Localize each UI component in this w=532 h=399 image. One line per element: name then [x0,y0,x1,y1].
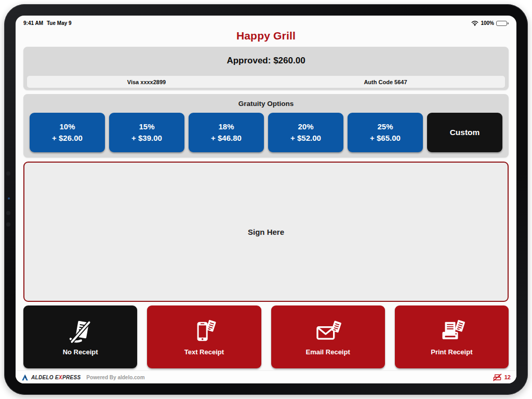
printer-alert-icon [493,374,502,381]
tip-amount: + $46.80 [211,132,242,144]
card-info: Visa xxxx2899 [27,79,266,85]
battery-percent: 100% [481,20,494,26]
bezel-sensor-dot [6,222,10,227]
status-date: Tue May 9 [47,20,72,26]
bezel-sensor-dot [6,211,10,215]
no-receipt-button[interactable]: No Receipt [23,305,137,368]
receipt-actions-row: No Receipt Text Receipt Email [23,305,509,368]
printer-alert-count: 12 [504,374,511,380]
brand-area: ALDELO EXPRESS Powered By aldelo.com [21,374,145,381]
receipt-button-label: Email Receipt [305,348,350,356]
tip-percent: 25% [377,121,393,132]
receipt-button-label: Print Receipt [431,348,472,356]
tip-custom-button[interactable]: Custom [427,113,502,152]
tip-15-percent-button[interactable]: 15% + $39.00 [109,113,184,152]
print-receipt-button[interactable]: Print Receipt [395,305,509,368]
print-receipt-icon [436,318,467,344]
tip-percent: 20% [298,121,313,132]
tip-amount: + $65.00 [370,132,401,144]
battery-icon [496,21,507,26]
tip-20-percent-button[interactable]: 20% + $52.00 [268,113,343,152]
text-receipt-button[interactable]: Text Receipt [147,305,261,368]
tip-amount: + $52.00 [290,132,321,144]
status-indicators: 100% [471,20,509,26]
tip-percent: 18% [218,121,234,132]
receipt-button-label: No Receipt [63,348,98,356]
tip-25-percent-button[interactable]: 25% + $65.00 [348,113,423,152]
sign-here-label: Sign Here [248,228,284,236]
tip-amount: + $39.00 [131,132,162,144]
approval-panel: Approved: $260.00 Visa xxxx2899 Auth Cod… [23,47,509,90]
tip-percent: 15% [139,121,154,132]
approved-amount: Approved: $260.00 [23,47,509,66]
tip-18-percent-button[interactable]: 18% + $46.80 [189,113,264,152]
email-receipt-icon [313,318,343,344]
receipt-button-label: Text Receipt [184,348,224,356]
gratuity-options-row: 10% + $26.00 15% + $39.00 18% + $46.80 2… [23,108,509,152]
payment-details-strip: Visa xxxx2899 Auth Code 5647 [27,76,505,88]
aldelo-logo-icon [21,374,29,381]
battery-nub [508,22,509,24]
front-camera [8,197,10,200]
tip-10-percent-button[interactable]: 10% + $26.00 [30,113,105,152]
wifi-icon [471,20,478,26]
pos-screen: 9:41 AMTue May 9 100% Happy Grill Approv… [16,16,516,383]
tip-percent: 10% [59,121,75,132]
tip-amount: + $26.00 [52,132,83,144]
gratuity-title: Gratuity Options [23,94,509,108]
auth-code: Auth Code 5647 [266,79,505,85]
no-receipt-icon [66,318,95,344]
status-time-date: 9:41 AMTue May 9 [23,20,75,26]
bezel-sensor-dot [6,171,10,176]
page-title: Happy Grill [16,27,516,45]
brand-name: ALDELO EXPRESS [31,375,81,380]
tablet-device: 9:41 AMTue May 9 100% Happy Grill Approv… [4,4,528,395]
email-receipt-button[interactable]: Email Receipt [271,305,385,368]
footer-bar: ALDELO EXPRESS Powered By aldelo.com 12 [16,370,516,383]
text-receipt-icon [190,318,219,344]
powered-by-label: Powered By aldelo.com [86,375,144,380]
status-bar: 9:41 AMTue May 9 100% [16,16,516,27]
printer-alert-area[interactable]: 12 [493,374,511,381]
signature-pad[interactable]: Sign Here [23,162,509,302]
status-time: 9:41 AM [23,20,43,26]
gratuity-panel: Gratuity Options 10% + $26.00 15% + $39.… [23,94,509,157]
